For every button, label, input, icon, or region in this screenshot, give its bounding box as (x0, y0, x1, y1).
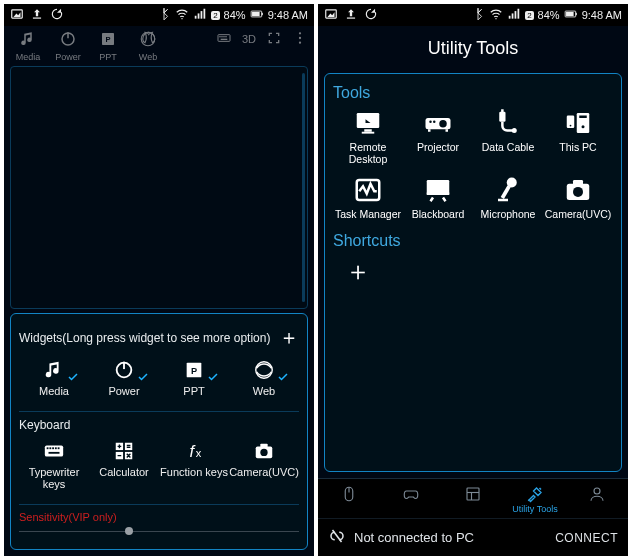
nav-profile[interactable] (566, 479, 628, 518)
svg-rect-35 (55, 447, 57, 449)
svg-rect-6 (198, 13, 200, 18)
svg-rect-68 (446, 129, 449, 132)
power-icon (112, 359, 136, 381)
connection-bar: Not connected to PC CONNECT (318, 518, 628, 556)
settings-panel: Widgets(Long press widget to see more op… (10, 313, 308, 550)
camera-icon (561, 175, 595, 205)
svg-text:P: P (191, 366, 197, 376)
remote-touchpad[interactable] (10, 66, 308, 309)
svg-point-25 (299, 42, 301, 44)
svg-point-45 (260, 449, 267, 456)
wifi-icon (175, 7, 189, 23)
tool-this-pc[interactable]: This PC (543, 108, 613, 165)
svg-point-23 (299, 32, 301, 34)
svg-point-64 (439, 120, 447, 128)
topnav-ppt[interactable]: P PPT (90, 30, 126, 62)
touchpad-scrollbar[interactable] (302, 73, 305, 302)
web-icon (139, 30, 157, 48)
widgets-heading: Widgets(Long press widget to see more op… (19, 331, 270, 345)
check-icon (207, 371, 219, 387)
svg-point-76 (582, 125, 585, 128)
tool-projector[interactable]: Projector (403, 108, 473, 165)
picture-icon (10, 7, 24, 23)
kbd-calculator[interactable]: Calculator (89, 436, 159, 494)
widget-power[interactable]: Power (89, 355, 159, 401)
tool-task-manager[interactable]: Task Manager (333, 175, 403, 220)
cable-icon (491, 108, 525, 138)
svg-text:P: P (105, 35, 110, 44)
svg-rect-36 (58, 447, 60, 449)
topnav-media[interactable]: Media (10, 30, 46, 62)
kbd-camera[interactable]: Camera(UVC) (229, 436, 299, 494)
sensitivity-label: Sensitivity(VIP only) (19, 511, 299, 523)
nav-mouse[interactable] (318, 479, 380, 518)
tools-heading: Tools (333, 84, 613, 102)
refresh-icon (364, 7, 378, 23)
calculator-icon (112, 440, 136, 462)
sensitivity-slider[interactable] (19, 525, 299, 539)
bluetooth-icon (157, 7, 171, 23)
keyboard-heading: Keyboard (19, 418, 299, 432)
nav-utility-tools[interactable]: Utility Tools (504, 479, 566, 518)
svg-rect-69 (499, 112, 505, 122)
svg-rect-17 (218, 35, 230, 42)
tool-data-cable[interactable]: Data Cable (473, 108, 543, 165)
svg-rect-5 (195, 16, 197, 19)
svg-rect-54 (515, 11, 517, 19)
upload-icon (30, 7, 44, 23)
tool-remote-desktop[interactable]: Remote Desktop (333, 108, 403, 165)
power-icon (59, 30, 77, 48)
layout-icon (463, 485, 483, 503)
left-screen: 2 84% 9:48 AM Media Power P PPT Web 3D (4, 4, 314, 556)
right-screen: 2 84% 9:48 AM Utility Tools Tools Remote… (318, 4, 628, 556)
svg-marker-1 (14, 12, 21, 17)
nav-gamepad[interactable] (380, 479, 442, 518)
tools-grid: Remote Desktop Projector Data Cable This… (333, 108, 613, 230)
svg-rect-60 (364, 129, 372, 132)
divider (19, 504, 299, 505)
svg-rect-34 (52, 447, 54, 449)
svg-rect-32 (47, 447, 49, 449)
camera-icon (252, 440, 276, 462)
widget-ppt[interactable]: P PPT (159, 355, 229, 401)
svg-marker-3 (57, 9, 61, 13)
svg-rect-81 (501, 185, 511, 199)
kbd-function[interactable]: fx Function keys (159, 436, 229, 494)
kbd-typewriter[interactable]: Typewriter keys (19, 436, 89, 494)
battery-percent: 84% (224, 9, 246, 21)
projector-icon (421, 108, 455, 138)
check-icon (277, 371, 289, 387)
topnav-power[interactable]: Power (50, 30, 86, 62)
svg-rect-57 (566, 12, 574, 16)
connect-button[interactable]: CONNECT (555, 531, 618, 545)
nav-layout[interactable] (442, 479, 504, 518)
more-icon[interactable] (292, 30, 308, 48)
svg-rect-22 (221, 39, 228, 40)
fullscreen-icon[interactable] (266, 30, 282, 48)
add-widget-button[interactable]: ＋ (279, 324, 299, 351)
svg-rect-10 (252, 12, 260, 16)
widget-web[interactable]: Web (229, 355, 299, 401)
topnav-web[interactable]: Web (130, 30, 166, 62)
sim-indicator: 2 (211, 11, 219, 20)
svg-rect-53 (512, 13, 514, 18)
widget-media[interactable]: Media (19, 355, 89, 401)
blackboard-icon (421, 175, 455, 205)
tool-microphone[interactable]: Microphone (473, 175, 543, 220)
picture-icon (324, 7, 338, 23)
tool-blackboard[interactable]: Blackboard (403, 175, 473, 220)
battery-icon (250, 7, 264, 23)
keyboard-toggle-icon[interactable] (216, 30, 232, 48)
svg-point-66 (433, 121, 436, 124)
page-title: Utility Tools (318, 26, 628, 73)
add-shortcut-button[interactable]: ＋ (343, 256, 373, 286)
svg-point-73 (570, 125, 572, 127)
tool-camera-uvc[interactable]: Camera(UVC) (543, 175, 613, 220)
clock-time: 9:48 AM (582, 9, 622, 21)
music-icon (42, 359, 66, 381)
svg-rect-82 (498, 199, 508, 202)
svg-rect-52 (509, 16, 511, 19)
svg-rect-85 (573, 180, 583, 185)
refresh-icon (50, 7, 64, 23)
mode-3d-button[interactable]: 3D (242, 33, 256, 45)
